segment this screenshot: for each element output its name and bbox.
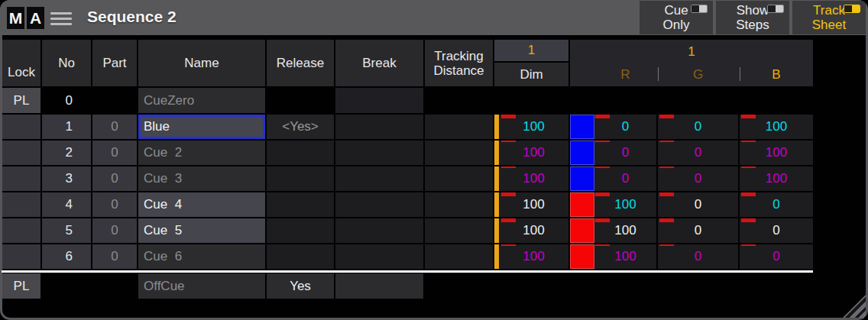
cell-cue4-r[interactable]: 100 bbox=[570, 192, 656, 217]
change-marker bbox=[741, 218, 756, 222]
cell-cue2-lock[interactable] bbox=[2, 141, 40, 165]
button-label-line: Sheet bbox=[812, 18, 846, 32]
cell-cue4-tracking-distance[interactable] bbox=[425, 192, 493, 217]
cell-cue4-release[interactable] bbox=[267, 192, 334, 217]
cell-cue3-no[interactable]: 3 bbox=[42, 166, 91, 191]
cell-cue1-break[interactable] bbox=[335, 115, 423, 139]
cell-cue1-b[interactable]: 100 bbox=[740, 115, 813, 139]
change-marker bbox=[741, 192, 756, 196]
cell-cue2-release[interactable] bbox=[267, 141, 334, 165]
cell-cue5-tracking-distance[interactable] bbox=[425, 218, 493, 243]
cell-cuezero-lock[interactable]: PL bbox=[2, 88, 40, 113]
toggle-indicator-icon bbox=[844, 5, 860, 13]
cell-cue5-r[interactable]: 100 bbox=[570, 218, 656, 243]
cell-cue2-b[interactable]: 100 bbox=[740, 141, 813, 165]
channel-header-g: G bbox=[693, 67, 703, 82]
cell-cue1-dim[interactable]: 100 bbox=[494, 115, 568, 139]
cell-cue2-name[interactable]: Cue 2 bbox=[138, 141, 265, 165]
cell-cue5-part[interactable]: 0 bbox=[92, 218, 137, 243]
value-dim: 100 bbox=[518, 145, 544, 160]
color-swatch bbox=[570, 115, 594, 139]
cell-cue1-no[interactable]: 1 bbox=[42, 115, 91, 139]
cell-cue3-name[interactable]: Cue 3 bbox=[138, 166, 265, 191]
cell-cue5-dim[interactable]: 100 bbox=[494, 218, 568, 243]
column-header-no: No bbox=[42, 40, 91, 86]
cell-cuezero-no[interactable]: 0 bbox=[42, 88, 91, 113]
cell-cue3-tracking-distance[interactable] bbox=[425, 166, 493, 191]
cell-cue1-part[interactable]: 0 bbox=[92, 115, 137, 139]
cell-cue1-g[interactable]: 0 bbox=[658, 115, 738, 139]
cell-cue2-no[interactable]: 2 bbox=[42, 141, 91, 165]
ma-logo[interactable]: M A bbox=[7, 7, 44, 29]
cell-cue4-part[interactable]: 0 bbox=[92, 192, 137, 217]
cell-cuezero-name[interactable]: CueZero bbox=[138, 88, 265, 113]
cell-cue5-lock[interactable] bbox=[2, 218, 40, 243]
change-marker bbox=[595, 166, 610, 168]
titlebar-buttons: CueOnlyShowStepsTrackSheet bbox=[640, 1, 866, 34]
cell-cue6-r[interactable]: 100 bbox=[570, 244, 656, 269]
value-r: 100 bbox=[590, 223, 636, 238]
cell-cue6-break[interactable] bbox=[335, 244, 423, 269]
cell-cue6-part[interactable]: 0 bbox=[92, 244, 137, 269]
cell-cue2-tracking-distance[interactable] bbox=[425, 141, 493, 165]
cell-cue6-name[interactable]: Cue 6 bbox=[138, 244, 265, 269]
cell-cue3-b[interactable]: 100 bbox=[740, 166, 813, 191]
cell-cue3-part[interactable]: 0 bbox=[92, 166, 137, 191]
cell-cue2-dim[interactable]: 100 bbox=[494, 141, 568, 165]
cell-cue1-release[interactable]: <Yes> bbox=[267, 115, 334, 139]
cell-cue4-name[interactable]: Cue 4 bbox=[138, 192, 265, 217]
cell-cue6-b[interactable]: 0 bbox=[740, 244, 813, 269]
color-swatch bbox=[570, 141, 594, 165]
cell-cue6-g[interactable]: 0 bbox=[658, 244, 738, 269]
cell-offcue-name[interactable]: OffCue bbox=[138, 273, 265, 299]
cell-cue4-lock[interactable] bbox=[2, 192, 40, 217]
change-marker bbox=[659, 218, 674, 222]
cell-cue4-b[interactable]: 0 bbox=[740, 192, 813, 217]
cell-cue4-no[interactable]: 4 bbox=[42, 192, 91, 217]
cell-cue5-b[interactable]: 0 bbox=[740, 218, 813, 243]
cell-cue1-name-selected[interactable]: Blue bbox=[138, 115, 265, 139]
titlebar-button-cue-only[interactable]: CueOnly bbox=[640, 1, 713, 34]
cell-cue5-break[interactable] bbox=[335, 218, 423, 243]
cell-cue2-part[interactable]: 0 bbox=[92, 141, 137, 165]
window-menu-icon[interactable] bbox=[50, 12, 72, 25]
cell-cue1-lock[interactable] bbox=[2, 115, 40, 139]
cell-cue3-r[interactable]: 0 bbox=[570, 166, 656, 191]
cell-cue3-release[interactable] bbox=[267, 166, 334, 191]
cell-cue6-dim[interactable]: 100 bbox=[494, 244, 568, 269]
cell-cuezero-break[interactable] bbox=[335, 88, 423, 113]
cell-offcue-lock[interactable]: PL bbox=[2, 273, 40, 299]
cell-cue6-release[interactable] bbox=[267, 244, 334, 269]
cell-cue3-break[interactable] bbox=[335, 166, 423, 191]
cell-cue6-tracking-distance[interactable] bbox=[425, 244, 493, 269]
cell-cue3-g[interactable]: 0 bbox=[658, 166, 738, 191]
cell-cue1-r[interactable]: 0 bbox=[570, 115, 656, 139]
value-r: 0 bbox=[598, 145, 629, 160]
cell-cue6-no[interactable]: 6 bbox=[42, 244, 91, 269]
value-b: 0 bbox=[772, 249, 779, 264]
cell-cue4-break[interactable] bbox=[335, 192, 423, 217]
cell-offcue-break[interactable] bbox=[335, 273, 423, 299]
cell-offcue-release[interactable]: Yes bbox=[267, 273, 334, 299]
cell-cue1-tracking-distance[interactable] bbox=[425, 115, 493, 139]
cell-cue2-r[interactable]: 0 bbox=[570, 141, 656, 165]
titlebar-button-track-sheet[interactable]: TrackSheet bbox=[792, 1, 866, 34]
cell-cue5-no[interactable]: 5 bbox=[42, 218, 91, 243]
cell-cue2-g[interactable]: 0 bbox=[658, 141, 738, 165]
column-header-break: Break bbox=[335, 40, 423, 86]
change-marker bbox=[595, 244, 610, 246]
cell-cue3-lock[interactable] bbox=[2, 166, 40, 191]
cell-cue5-release[interactable] bbox=[267, 218, 334, 243]
titlebar-button-show-steps[interactable]: ShowSteps bbox=[716, 1, 789, 34]
change-marker bbox=[501, 115, 516, 118]
cell-cue3-dim[interactable]: 100 bbox=[494, 166, 568, 191]
cell-cue5-name[interactable]: Cue 5 bbox=[138, 218, 265, 243]
change-marker bbox=[595, 192, 610, 196]
cell-cue6-lock[interactable] bbox=[2, 244, 40, 269]
cell-cue2-break[interactable] bbox=[335, 141, 423, 165]
titlebar[interactable]: M A Sequence 2 CueOnlyShowStepsTrackShee… bbox=[0, 0, 868, 35]
cell-cue5-g[interactable]: 0 bbox=[658, 218, 738, 243]
cell-cue4-g[interactable]: 0 bbox=[658, 192, 738, 217]
change-marker bbox=[659, 166, 674, 168]
cell-cue4-dim[interactable]: 100 bbox=[494, 192, 568, 217]
